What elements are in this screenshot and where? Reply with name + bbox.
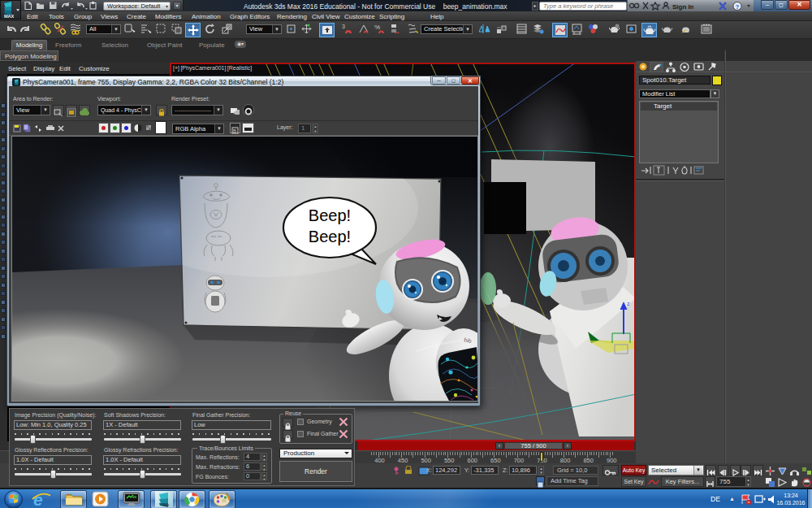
svg-text:%: % [374, 24, 380, 31]
svg-text:MAX: MAX [4, 14, 15, 19]
svg-text:e: e [33, 490, 43, 508]
svg-text:3: 3 [342, 24, 345, 29]
svg-text:Sign In: Sign In [672, 3, 693, 11]
svg-text:Beep!: Beep! [309, 228, 351, 245]
svg-text:B: B [233, 128, 236, 133]
svg-text:Beep!: Beep! [309, 206, 351, 224]
svg-text:?: ? [736, 3, 740, 11]
svg-text:z: z [627, 301, 630, 306]
svg-text:MAX: MAX [162, 503, 170, 507]
